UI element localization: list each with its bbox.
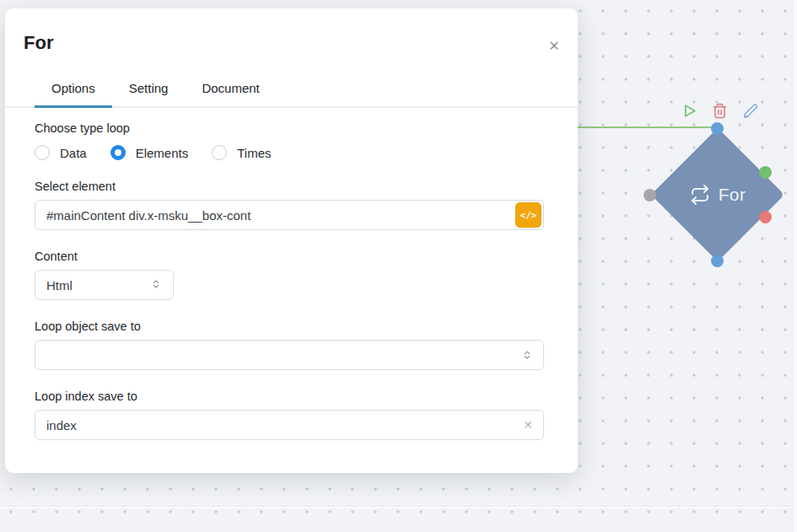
port-error[interactable] <box>759 211 772 223</box>
delete-node-button[interactable] <box>712 103 728 119</box>
loop-object-group: Loop object save to <box>35 320 544 370</box>
loop-object-input[interactable] <box>35 340 544 370</box>
radio-elements[interactable]: Elements <box>110 145 189 160</box>
port-left[interactable] <box>644 189 656 202</box>
select-element-wrap: </> <box>35 200 544 230</box>
updown-chevron-icon[interactable] <box>521 349 533 361</box>
type-loop-group: Choose type loop Data Elements Times <box>35 121 544 160</box>
radio-data-label: Data <box>60 146 87 160</box>
loop-object-label: Loop object save to <box>35 320 544 333</box>
type-loop-label: Choose type loop <box>35 121 544 135</box>
node-label: For <box>719 185 746 205</box>
run-node-button[interactable] <box>681 103 697 119</box>
tab-setting[interactable]: Setting <box>112 73 186 108</box>
loop-object-wrap <box>35 340 544 370</box>
tab-document[interactable]: Document <box>185 73 276 108</box>
select-element-label: Select element <box>35 180 544 193</box>
radio-times[interactable]: Times <box>212 145 271 160</box>
scrollbar-track-horizontal <box>0 506 797 508</box>
scrollbar-track-vertical <box>792 0 797 532</box>
port-bottom[interactable] <box>711 255 724 267</box>
for-dialog: For ✕ Options Setting Document Choose ty… <box>5 8 578 473</box>
radio-data[interactable]: Data <box>35 145 87 160</box>
type-loop-radios: Data Elements Times <box>35 145 544 160</box>
for-node[interactable]: For <box>651 128 784 261</box>
content-group: Content Html <box>35 250 544 300</box>
radio-elements-label: Elements <box>136 146 189 160</box>
play-icon <box>681 103 697 119</box>
content-label: Content <box>35 250 544 263</box>
content-select[interactable]: Html <box>35 270 174 300</box>
radio-circle-icon <box>35 145 50 160</box>
port-top[interactable] <box>711 122 724 135</box>
select-element-group: Select element </> <box>35 180 544 230</box>
loop-index-input[interactable] <box>35 410 544 440</box>
select-element-input[interactable] <box>35 200 544 230</box>
clear-icon[interactable]: ✕ <box>523 418 533 432</box>
dialog-header: For ✕ <box>5 8 578 54</box>
code-icon: </> <box>520 210 537 221</box>
loop-index-label: Loop index save to <box>35 390 544 403</box>
options-form: Choose type loop Data Elements Times Sel… <box>5 108 578 440</box>
repeat-icon <box>690 185 710 205</box>
radio-selected-icon <box>110 145 126 160</box>
close-button[interactable]: ✕ <box>544 35 564 56</box>
port-success[interactable] <box>759 166 772 179</box>
radio-times-label: Times <box>237 146 271 160</box>
content-select-value: Html <box>46 278 73 293</box>
node-toolbar <box>681 103 758 119</box>
edit-node-button[interactable] <box>742 103 758 119</box>
trash-icon <box>712 103 728 119</box>
radio-circle-icon <box>212 145 227 160</box>
edit-icon <box>742 103 758 119</box>
element-picker-button[interactable]: </> <box>515 202 541 228</box>
updown-chevron-icon <box>150 278 162 293</box>
tab-bar: Options Setting Document <box>5 73 578 108</box>
loop-index-wrap: ✕ <box>35 410 544 440</box>
dialog-title: For <box>24 32 554 54</box>
for-node-content: For <box>670 148 765 242</box>
tab-options[interactable]: Options <box>35 73 112 108</box>
loop-index-group: Loop index save to ✕ <box>35 390 544 440</box>
close-icon: ✕ <box>548 38 559 54</box>
